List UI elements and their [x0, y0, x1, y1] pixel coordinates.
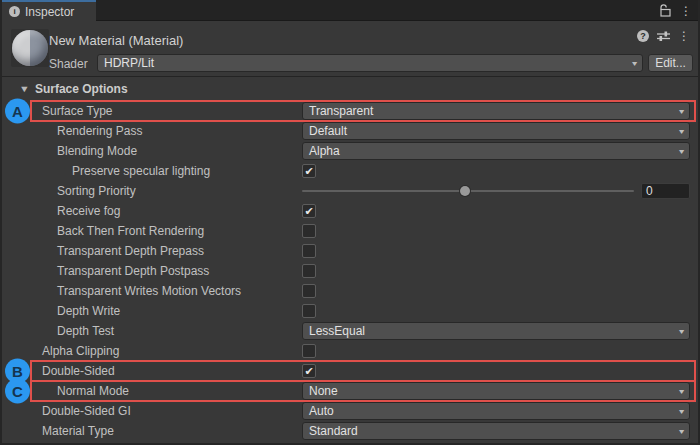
property-row-transparent-depth-postpass: Transparent Depth Postpass [2, 261, 698, 281]
property-row-blending-mode: Blending ModeAlpha▼ [2, 141, 698, 161]
property-label: Transparent Depth Prepass [57, 244, 204, 258]
blending-mode-dropdown[interactable]: Alpha▼ [302, 142, 690, 160]
dropdown-value: Standard [309, 424, 358, 438]
property-label: Double-Sided GI [42, 404, 131, 418]
dropdown-value: Alpha [309, 144, 340, 158]
material-title: New Material (Material) [49, 33, 183, 48]
property-label: Receive fog [57, 204, 120, 218]
property-row-normal-mode: Normal ModeNone▼C [2, 381, 698, 401]
property-label: Depth Write [57, 304, 120, 318]
material-type-dropdown[interactable]: Standard▼ [302, 422, 690, 440]
property-row-preserve-specular-lighting: Preserve specular lighting✔ [2, 161, 698, 181]
alpha-clipping-checkbox[interactable] [302, 344, 316, 358]
property-row-back-then-front-rendering: Back Then Front Rendering [2, 221, 698, 241]
inspector-window: i Inspector ⋮ New Material (Material) ? [0, 0, 700, 445]
foldout-open-icon[interactable]: ▼ [19, 84, 30, 94]
tab-inspector[interactable]: i Inspector [2, 0, 96, 21]
property-row-rendering-pass: Rendering PassDefault▼ [2, 121, 698, 141]
property-row-transparent-depth-prepass: Transparent Depth Prepass [2, 241, 698, 261]
surface-options-foldout[interactable]: ▼ Surface Options [2, 77, 698, 101]
property-label: Back Then Front Rendering [57, 224, 204, 238]
shader-label: Shader [49, 57, 88, 71]
shader-dropdown[interactable]: HDRP/Lit ▼ [97, 54, 643, 72]
property-row-receive-fog: Receive fog✔ [2, 201, 698, 221]
double-sided-gi-dropdown[interactable]: Auto▼ [302, 402, 690, 420]
back-then-front-rendering-checkbox[interactable] [302, 224, 316, 238]
property-row-transparent-writes-motion-vectors: Transparent Writes Motion Vectors [2, 281, 698, 301]
chevron-down-icon: ▼ [677, 148, 686, 155]
preserve-specular-lighting-checkbox[interactable]: ✔ [302, 164, 316, 178]
tab-bar: i Inspector ⋮ [2, 0, 698, 21]
shader-dropdown-value: HDRP/Lit [104, 56, 154, 70]
property-label: Normal Mode [57, 384, 129, 398]
depth-test-dropdown[interactable]: LessEqual▼ [302, 322, 690, 340]
normal-mode-dropdown[interactable]: None▼ [302, 382, 690, 400]
surface-type-dropdown[interactable]: Transparent▼ [302, 102, 690, 120]
property-label: Depth Test [57, 324, 114, 338]
help-icon[interactable]: ? [637, 30, 649, 42]
sorting-priority-value-field[interactable]: 0 [641, 183, 690, 199]
chevron-down-icon: ▼ [677, 328, 686, 335]
chevron-down-icon: ▼ [677, 108, 686, 115]
property-label: Transparent Writes Motion Vectors [57, 284, 241, 298]
property-label: Rendering Pass [57, 124, 142, 138]
dropdown-value: Default [309, 124, 347, 138]
property-label: Double-Sided [42, 364, 115, 378]
property-row-depth-write: Depth Write [2, 301, 698, 321]
property-row-sorting-priority: Sorting Priority0 [2, 181, 698, 201]
property-label: Sorting Priority [57, 184, 136, 198]
chevron-down-icon: ▼ [677, 428, 686, 435]
property-row-surface-type: Surface TypeTransparent▼A [2, 101, 698, 121]
rendering-pass-dropdown[interactable]: Default▼ [302, 122, 690, 140]
info-icon: i [9, 6, 20, 17]
double-sided-checkbox[interactable]: ✔ [302, 364, 316, 378]
kebab-menu-icon[interactable]: ⋮ [680, 5, 692, 17]
property-label: Alpha Clipping [42, 344, 119, 358]
transparent-depth-prepass-checkbox[interactable] [302, 244, 316, 258]
chevron-down-icon: ▼ [677, 128, 686, 135]
chevron-down-icon: ▼ [677, 388, 686, 395]
unlock-icon[interactable] [659, 4, 671, 17]
dropdown-value: Transparent [309, 104, 373, 118]
property-label: Material Type [42, 424, 114, 438]
material-preview[interactable] [11, 29, 49, 67]
property-row-material-type: Material TypeStandard▼ [2, 421, 698, 441]
property-row-double-sided-gi: Double-Sided GIAuto▼ [2, 401, 698, 421]
property-label: Preserve specular lighting [72, 164, 210, 178]
properties-list: Surface TypeTransparent▼ARendering PassD… [2, 101, 698, 441]
property-row-depth-test: Depth TestLessEqual▼ [2, 321, 698, 341]
property-row-double-sided: Double-Sided✔B [2, 361, 698, 381]
edit-shader-button[interactable]: Edit... [648, 54, 693, 72]
property-label: Surface Type [42, 104, 113, 118]
transparent-depth-postpass-checkbox[interactable] [302, 264, 316, 278]
tab-label: Inspector [25, 5, 74, 19]
transparent-writes-motion-vectors-checkbox[interactable] [302, 284, 316, 298]
chevron-down-icon: ▼ [630, 60, 639, 67]
slider-thumb[interactable] [460, 186, 470, 196]
property-row-alpha-clipping: Alpha Clipping [2, 341, 698, 361]
section-title: Surface Options [35, 82, 128, 96]
material-header: New Material (Material) ? ⋮ Shader HDRP/… [2, 21, 698, 77]
dropdown-value: LessEqual [309, 324, 365, 338]
sorting-priority-slider: 0 [302, 182, 690, 200]
annotation-badge-c: C [5, 379, 30, 404]
property-label: Blending Mode [57, 144, 137, 158]
annotation-badge-a: A [5, 99, 30, 124]
kebab-menu-icon[interactable]: ⋮ [678, 30, 690, 42]
dropdown-value: None [309, 384, 338, 398]
slider-track[interactable] [302, 190, 634, 192]
material-sphere-thumbnail [12, 30, 48, 66]
receive-fog-checkbox[interactable]: ✔ [302, 204, 316, 218]
chevron-down-icon: ▼ [677, 408, 686, 415]
preset-icon[interactable] [657, 30, 670, 42]
property-label: Transparent Depth Postpass [57, 264, 209, 278]
depth-write-checkbox[interactable] [302, 304, 316, 318]
dropdown-value: Auto [309, 404, 334, 418]
